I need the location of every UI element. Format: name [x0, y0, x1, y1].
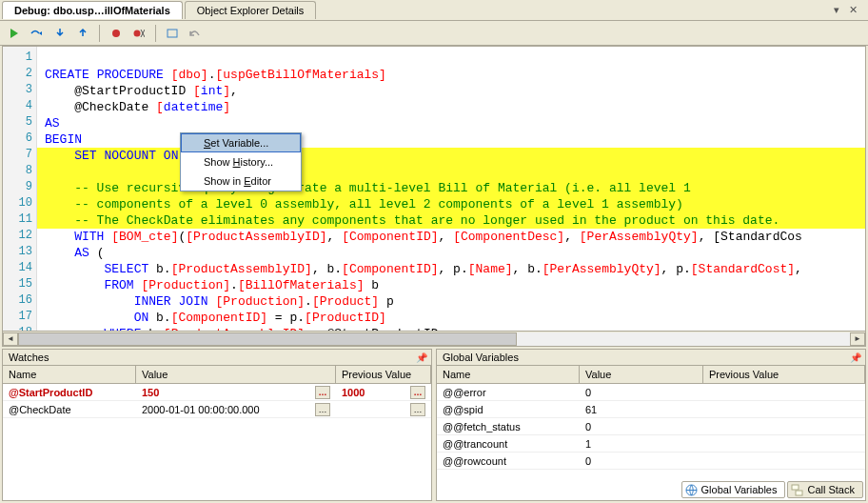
global-name: @@spid: [437, 402, 580, 417]
line-number: 12: [6, 229, 32, 242]
global-value: 0: [580, 419, 703, 434]
edit-button[interactable]: …: [315, 386, 330, 399]
code-line[interactable]: -- The CheckDate eliminates any componen…: [37, 212, 865, 229]
menu-set-variable[interactable]: Set Variable...: [181, 133, 301, 152]
watches-col-prev[interactable]: Previous Value: [336, 366, 431, 383]
undo-icon[interactable]: [187, 25, 204, 42]
code-line[interactable]: WITH [BOM_cte]([ProductAssemblyID], [Com…: [37, 229, 865, 245]
code-line[interactable]: INNER JOIN [Production].[Product] p: [37, 293, 865, 310]
line-number: 8: [6, 164, 32, 177]
code-line[interactable]: SELECT b.[ProductAssemblyID], b.[Compone…: [37, 261, 865, 277]
scroll-right-icon[interactable]: ►: [850, 332, 865, 346]
watches-headers: Name Value Previous Value: [3, 366, 431, 384]
bottom-tabstrip: Global Variables Call Stack: [681, 481, 863, 498]
pin-icon[interactable]: 📌: [850, 352, 859, 362]
edit-button[interactable]: …: [410, 386, 425, 399]
tab-debug-usp[interactable]: Debug: dbo.usp…illOfMaterials: [2, 1, 183, 19]
edit-button[interactable]: …: [410, 403, 425, 416]
step-into-icon[interactable]: [51, 25, 69, 42]
tab-close-icon[interactable]: ✕: [846, 4, 860, 16]
watch-row[interactable]: @StartProductID150…1000…: [3, 384, 431, 401]
watches-col-value[interactable]: Value: [136, 366, 336, 383]
watch-name: @CheckDate: [3, 402, 136, 417]
line-number: 15: [6, 277, 32, 291]
line-number: 14: [6, 261, 32, 274]
watch-row[interactable]: @CheckDate2000-01-01 00:00:00.000……: [3, 401, 431, 418]
bottom-tab-callstack[interactable]: Call Stack: [787, 481, 863, 498]
code-line[interactable]: @StartProductID [int],: [37, 83, 865, 99]
debug-toolbar: [0, 21, 868, 46]
callstack-tab-icon: [791, 484, 803, 496]
bottom-tab-globals[interactable]: Global Variables: [681, 481, 786, 498]
tab-dropdown-icon[interactable]: ▾: [831, 4, 842, 16]
watch-value[interactable]: 150…: [136, 384, 336, 401]
step-over-icon[interactable]: [29, 25, 46, 42]
watches-title: Watches: [9, 352, 49, 363]
step-out-icon[interactable]: [74, 25, 91, 42]
globals-col-value[interactable]: Value: [580, 366, 703, 383]
code-line[interactable]: [37, 50, 865, 67]
globals-col-name[interactable]: Name: [437, 366, 580, 383]
global-row[interactable]: @@fetch_status0: [437, 418, 865, 435]
line-number: 10: [6, 196, 32, 210]
code-line[interactable]: AS (: [37, 245, 865, 261]
code-body[interactable]: CREATE PROCEDURE [dbo].[uspGetBillOfMate…: [37, 47, 865, 331]
watches-col-name[interactable]: Name: [3, 366, 136, 383]
line-number: 16: [6, 293, 32, 307]
line-number: 1: [6, 50, 32, 64]
code-line[interactable]: @CheckDate [datetime]: [37, 99, 865, 115]
menu-show-in-editor[interactable]: Show in Editor: [181, 171, 301, 191]
global-value: 1: [580, 436, 703, 452]
clear-breakpoints-icon[interactable]: [130, 25, 148, 42]
global-row[interactable]: @@spid61: [437, 401, 865, 418]
scroll-left-icon[interactable]: ◄: [3, 332, 18, 346]
watches-rows: @StartProductID150…1000…@CheckDate2000-0…: [3, 384, 431, 500]
bottom-tab-globals-label: Global Variables: [701, 484, 778, 495]
watch-value[interactable]: 2000-01-01 00:00:00.000…: [136, 401, 336, 418]
line-number: 7: [6, 148, 32, 161]
editor-horizontal-scrollbar[interactable]: ◄ ►: [3, 331, 865, 346]
scroll-thumb[interactable]: [18, 332, 517, 346]
line-number: 17: [6, 310, 32, 323]
code-line[interactable]: CREATE PROCEDURE [dbo].[uspGetBillOfMate…: [37, 67, 865, 83]
edit-button[interactable]: …: [315, 403, 330, 416]
watches-panel: Watches 📌 Name Value Previous Value @Sta…: [2, 349, 432, 501]
globals-col-prev[interactable]: Previous Value: [703, 366, 865, 383]
svg-marker-0: [10, 29, 18, 38]
line-number: 2: [6, 67, 32, 80]
watch-name: @StartProductID: [3, 385, 136, 400]
global-value: 0: [580, 385, 703, 400]
globals-panel: Global Variables 📌 Name Value Previous V…: [436, 349, 866, 501]
code-line[interactable]: -- components of a level 0 assembly, all…: [37, 196, 865, 212]
global-prev: [703, 442, 865, 446]
line-number: 4: [6, 99, 32, 112]
svg-marker-1: [39, 31, 42, 35]
code-line[interactable]: -- Use recursive query to generate a mul…: [37, 180, 865, 196]
code-line[interactable]: ON b.[ComponentID] = p.[ProductID]: [37, 310, 865, 326]
globals-headers: Name Value Previous Value: [437, 366, 865, 384]
code-line[interactable]: [37, 164, 865, 180]
global-name: @@error: [437, 385, 580, 400]
svg-rect-8: [792, 485, 799, 490]
code-editor[interactable]: 123456789101112131415161718 CREATE PROCE…: [2, 46, 866, 347]
global-row[interactable]: @@rowcount0: [437, 453, 865, 470]
pin-icon[interactable]: 📌: [416, 352, 425, 362]
code-line[interactable]: BEGIN: [37, 131, 865, 148]
watch-prev: 1000…: [336, 384, 431, 401]
tab-object-explorer-details[interactable]: Object Explorer Details: [185, 1, 317, 19]
code-line[interactable]: FROM [Production].[BillOfMaterials] b: [37, 277, 865, 293]
new-query-icon[interactable]: [164, 25, 181, 42]
svg-point-3: [134, 30, 141, 36]
global-row[interactable]: @@trancount1: [437, 435, 865, 453]
global-row[interactable]: @@error0: [437, 384, 865, 401]
line-number: 13: [6, 245, 32, 258]
watch-prev: …: [336, 401, 431, 418]
globals-tab-icon: [685, 484, 698, 496]
scroll-track[interactable]: [18, 332, 850, 346]
code-line[interactable]: AS: [37, 115, 865, 131]
toggle-breakpoint-icon[interactable]: [108, 25, 125, 42]
line-number: 6: [6, 131, 32, 145]
menu-show-history[interactable]: Show History...: [181, 152, 301, 171]
run-icon[interactable]: [6, 25, 23, 42]
code-line[interactable]: SET NOCOUNT ON;: [37, 148, 865, 164]
